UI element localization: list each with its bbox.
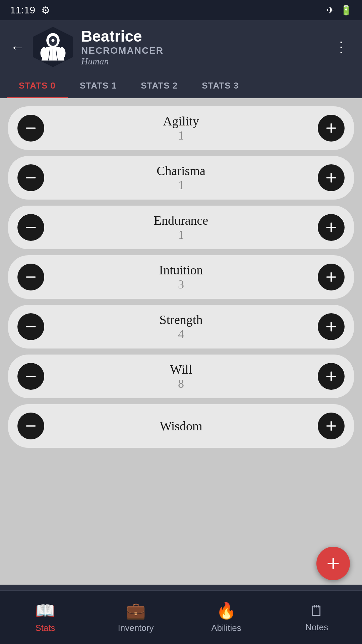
character-header: ← Beatrice NECROMANCER Human ⋮ bbox=[0, 20, 362, 74]
add-icon bbox=[325, 555, 342, 572]
status-time: 11:19 bbox=[10, 4, 35, 16]
stat-row: Will 8 bbox=[8, 355, 354, 398]
inventory-nav-label: Inventory bbox=[118, 623, 154, 633]
minus-icon bbox=[23, 170, 38, 185]
abilities-nav-icon: 🔥 bbox=[216, 601, 236, 620]
stat-name: Charisma bbox=[44, 163, 318, 178]
stat-row: Strength 4 bbox=[8, 305, 354, 348]
minus-icon bbox=[23, 270, 38, 284]
abilities-nav-label: Abilities bbox=[211, 623, 241, 633]
plus-icon bbox=[324, 369, 339, 384]
stat-decrease-button[interactable] bbox=[17, 313, 44, 340]
stat-increase-button[interactable] bbox=[318, 214, 345, 241]
stat-increase-button[interactable] bbox=[318, 363, 345, 390]
minus-icon bbox=[23, 121, 38, 136]
stat-decrease-button[interactable] bbox=[17, 363, 44, 390]
character-name: Beatrice bbox=[81, 27, 322, 45]
minus-icon bbox=[23, 220, 38, 235]
stat-info: Intuition 3 bbox=[44, 263, 318, 291]
plus-icon bbox=[324, 319, 339, 334]
character-race: Human bbox=[81, 56, 322, 67]
notes-nav-label: Notes bbox=[305, 622, 328, 633]
minus-icon bbox=[23, 369, 38, 384]
stat-info: Wisdom bbox=[44, 419, 318, 433]
stat-increase-button[interactable] bbox=[318, 413, 345, 439]
status-bar: 11:19 ⚙ ✈ 🔋 bbox=[0, 0, 362, 20]
stat-row: Charisma 1 bbox=[8, 156, 354, 200]
stat-name: Intuition bbox=[44, 263, 318, 277]
nav-abilities[interactable]: 🔥 Abilities bbox=[181, 601, 272, 633]
minus-icon bbox=[23, 319, 38, 334]
tab-stats2[interactable]: STATS 2 bbox=[129, 74, 190, 98]
stat-value: 1 bbox=[44, 228, 318, 242]
nav-inventory[interactable]: 💼 Inventory bbox=[90, 601, 181, 633]
stat-row: Intuition 3 bbox=[8, 255, 354, 299]
plus-icon bbox=[324, 270, 339, 284]
stat-decrease-button[interactable] bbox=[17, 264, 44, 290]
plus-icon bbox=[324, 220, 339, 235]
stat-decrease-button[interactable] bbox=[17, 164, 44, 191]
stat-increase-button[interactable] bbox=[318, 115, 345, 142]
stat-increase-button[interactable] bbox=[318, 264, 345, 290]
tab-stats3[interactable]: STATS 3 bbox=[190, 74, 251, 98]
stat-increase-button[interactable] bbox=[318, 164, 345, 191]
stat-info: Charisma 1 bbox=[44, 163, 318, 192]
stat-row: Wisdom bbox=[8, 404, 354, 448]
stat-name: Strength bbox=[44, 312, 318, 327]
stat-name: Wisdom bbox=[44, 419, 318, 433]
plus-icon bbox=[324, 121, 339, 136]
stat-info: Will 8 bbox=[44, 362, 318, 391]
battery-icon: 🔋 bbox=[340, 5, 352, 16]
character-info: Beatrice NECROMANCER Human bbox=[81, 27, 322, 67]
stat-value: 1 bbox=[44, 178, 318, 192]
stat-row: Endurance 1 bbox=[8, 206, 354, 249]
nav-stats[interactable]: 📖 Stats bbox=[0, 601, 90, 633]
tab-stats1[interactable]: STATS 1 bbox=[68, 74, 129, 98]
minus-icon bbox=[23, 419, 38, 433]
svg-point-2 bbox=[52, 39, 55, 42]
stat-decrease-button[interactable] bbox=[17, 115, 44, 142]
stat-name: Will bbox=[44, 362, 318, 377]
stat-decrease-button[interactable] bbox=[17, 413, 44, 439]
inventory-nav-icon: 💼 bbox=[126, 601, 146, 620]
stat-value: 8 bbox=[44, 377, 318, 391]
stat-name: Endurance bbox=[44, 213, 318, 228]
plus-icon bbox=[324, 170, 339, 185]
plus-icon bbox=[324, 419, 339, 433]
more-options-button[interactable]: ⋮ bbox=[330, 35, 352, 59]
stat-info: Strength 4 bbox=[44, 312, 318, 341]
necromancer-icon bbox=[38, 32, 68, 62]
stat-name: Agility bbox=[44, 114, 318, 128]
stat-info: Endurance 1 bbox=[44, 213, 318, 242]
stat-info: Agility 1 bbox=[44, 114, 318, 143]
back-button[interactable]: ← bbox=[10, 39, 25, 56]
add-stat-fab[interactable] bbox=[316, 547, 350, 580]
stats-nav-label: Stats bbox=[35, 623, 55, 633]
airplane-icon: ✈ bbox=[326, 5, 334, 16]
character-class: NECROMANCER bbox=[81, 45, 322, 56]
stats-tabs: STATS 0 STATS 1 STATS 2 STATS 3 bbox=[0, 74, 362, 98]
notes-nav-icon: 🗒 bbox=[309, 602, 324, 620]
character-avatar bbox=[33, 27, 73, 67]
stat-row: Agility 1 bbox=[8, 106, 354, 150]
stat-increase-button[interactable] bbox=[318, 313, 345, 340]
settings-icon: ⚙ bbox=[41, 4, 50, 16]
bottom-navigation: 📖 Stats 💼 Inventory 🔥 Abilities 🗒 Notes bbox=[0, 590, 362, 644]
stat-value: 3 bbox=[44, 277, 318, 291]
stats-list: Agility 1 Charisma 1 bbox=[0, 98, 362, 585]
stat-value: 1 bbox=[44, 128, 318, 143]
stats-nav-icon: 📖 bbox=[35, 601, 55, 620]
stat-value: 4 bbox=[44, 327, 318, 341]
stat-decrease-button[interactable] bbox=[17, 214, 44, 241]
nav-notes[interactable]: 🗒 Notes bbox=[272, 602, 362, 633]
tab-stats0[interactable]: STATS 0 bbox=[7, 74, 68, 98]
